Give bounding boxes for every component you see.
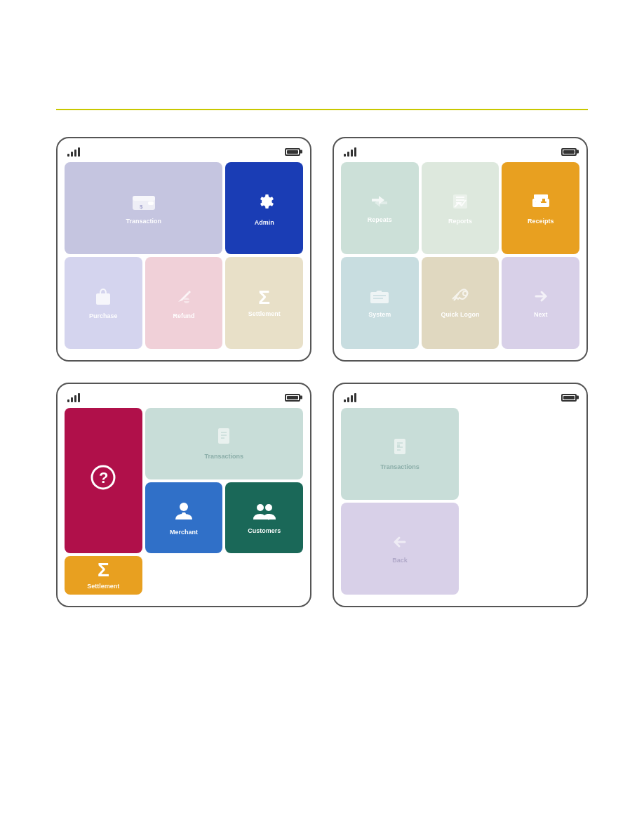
transaction-label: Transaction: [126, 218, 161, 225]
reports-label: Reports: [448, 218, 472, 225]
status-bar-4: [341, 392, 579, 402]
tile-system[interactable]: System: [341, 257, 419, 349]
signal-icon-3: [67, 392, 80, 402]
tile-purchase[interactable]: Purchase: [65, 257, 142, 349]
svg-rect-16: [542, 199, 545, 201]
transactions4-label: Transactions: [380, 463, 420, 471]
tile-unknown[interactable]: ?: [65, 408, 142, 553]
svg-rect-15: [535, 201, 541, 207]
signal-icon-2: [344, 147, 356, 157]
tile-empty2: [462, 503, 579, 595]
svg-rect-17: [370, 292, 389, 303]
svg-point-29: [257, 504, 264, 511]
wallet-icon: $: [131, 192, 156, 215]
admin-label: Admin: [255, 219, 274, 227]
person-tie-icon: [173, 500, 195, 526]
chart-icon: [450, 192, 470, 215]
signal-icon-4: [344, 392, 356, 402]
quicklogon-label: Quick Logon: [441, 311, 479, 319]
tile-merchant[interactable]: Merchant: [145, 482, 223, 554]
bag-icon: [93, 286, 113, 310]
printer-icon: [530, 192, 552, 215]
svg-rect-2: [148, 201, 154, 205]
arrow-right-icon: [530, 288, 551, 308]
tile-transactions4[interactable]: Transactions: [341, 408, 459, 500]
top-line: [56, 109, 588, 110]
phone-1: $ Transaction Admin: [56, 137, 311, 362]
customers-label: Customers: [248, 527, 281, 535]
sigma-icon-3: Σ: [98, 560, 109, 580]
pencil-icon: [174, 286, 194, 310]
status-bar-3: [65, 392, 303, 402]
sigma-icon: Σ: [258, 288, 270, 307]
svg-rect-23: [218, 428, 229, 444]
settlement3-label: Settlement: [87, 583, 119, 590]
tile-admin[interactable]: Admin: [225, 162, 303, 254]
tile-next[interactable]: Next: [502, 257, 579, 349]
tile-reports[interactable]: Reports: [422, 162, 499, 254]
tile-back[interactable]: Back: [341, 503, 459, 595]
arrow-left-icon: [389, 534, 410, 554]
svg-point-20: [463, 291, 467, 296]
phone-3: ? Transactions: [56, 383, 311, 607]
tile-empty: [462, 408, 579, 500]
svg-text:?: ?: [99, 469, 108, 486]
back-label: Back: [392, 557, 408, 564]
battery-icon: [285, 148, 300, 156]
tile-receipts[interactable]: Receipts: [502, 162, 579, 254]
folder-icon: [369, 288, 390, 308]
phone1-grid: $ Transaction Admin: [65, 162, 303, 349]
svg-point-27: [180, 503, 188, 511]
settlement-label: Settlement: [248, 310, 281, 318]
tile-transaction[interactable]: $ Transaction: [65, 162, 222, 254]
people-icon: [252, 501, 277, 524]
svg-rect-1: [133, 196, 155, 201]
svg-point-5: [101, 296, 105, 300]
tile-settlement[interactable]: Σ Settlement: [225, 257, 303, 349]
status-bar-1: [65, 147, 303, 157]
svg-text:$: $: [140, 204, 143, 210]
tile-repeats[interactable]: Repeats: [341, 162, 419, 254]
tile-customers[interactable]: Customers: [225, 482, 303, 554]
receipts-label: Receipts: [528, 218, 554, 225]
tile-transactions3[interactable]: Transactions: [145, 408, 303, 479]
phone2-grid: Repeats Reports: [341, 162, 579, 349]
status-bar-2: [341, 147, 579, 157]
tile-refund[interactable]: Refund: [145, 257, 223, 349]
question-icon: ?: [89, 463, 117, 495]
battery-icon-4: [561, 394, 577, 402]
purchase-label: Purchase: [89, 312, 118, 320]
repeats-label: Repeats: [368, 216, 392, 224]
merchant-label: Merchant: [170, 529, 198, 536]
tile-settlement3[interactable]: Σ Settlement: [65, 556, 142, 595]
gear-icon: [253, 190, 276, 216]
phone-4: Transactions Back: [333, 383, 588, 607]
next-label: Next: [534, 311, 548, 319]
signal-icon: [67, 147, 80, 157]
doc-icon-4: [390, 437, 410, 461]
refund-label: Refund: [173, 312, 194, 320]
phone-2: Repeats Reports: [333, 137, 588, 362]
battery-icon-3: [285, 394, 300, 402]
doc-icon-3: [214, 427, 234, 450]
svg-point-30: [265, 504, 272, 511]
phone3-grid: ? Transactions: [65, 408, 303, 595]
battery-icon-2: [561, 148, 577, 156]
svg-rect-12: [534, 194, 548, 199]
tile-quicklogon[interactable]: Quick Logon: [422, 257, 499, 349]
transactions3-label: Transactions: [205, 453, 244, 461]
arrows-icon: [369, 193, 390, 213]
key-icon: [450, 288, 471, 308]
system-label: System: [368, 311, 391, 319]
phone4-grid: Transactions Back: [341, 408, 579, 595]
